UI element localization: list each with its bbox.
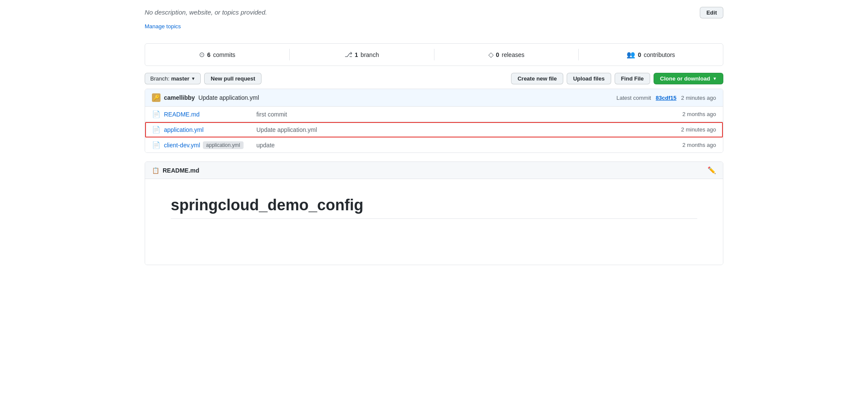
toolbar: Branch: master ▼ New pull request Create… xyxy=(145,73,723,84)
create-new-file-button[interactable]: Create new file xyxy=(511,73,563,84)
branch-name-label: master xyxy=(171,75,190,82)
file-commit-message: first commit xyxy=(250,111,669,118)
toolbar-left: Branch: master ▼ New pull request xyxy=(145,73,262,84)
table-row: 📄 README.md first commit 2 months ago xyxy=(145,107,723,122)
stat-commits[interactable]: ⊙ 6 commits xyxy=(145,49,290,60)
readme-title: README.md xyxy=(163,167,199,174)
clone-or-download-button[interactable]: Clone or download ▼ xyxy=(654,73,723,84)
chevron-down-icon: ▼ xyxy=(191,76,195,81)
file-time: 2 minutes ago xyxy=(669,126,716,133)
file-table: 🔑 camellibby Update application.yml Late… xyxy=(145,89,723,153)
readme-content: springcloud_demo_config xyxy=(145,179,723,265)
upload-files-button[interactable]: Upload files xyxy=(567,73,611,84)
releases-icon: ◇ xyxy=(488,51,493,59)
file-time: 2 months ago xyxy=(669,142,716,148)
file-name-link[interactable]: client-dev.yml application.yml xyxy=(164,141,250,149)
branch-selector[interactable]: Branch: master ▼ xyxy=(145,73,201,84)
file-icon: 📄 xyxy=(152,141,161,149)
commits-icon: ⊙ xyxy=(199,51,205,59)
toolbar-right: Create new file Upload files Find File C… xyxy=(511,73,723,84)
releases-label: releases xyxy=(502,51,524,58)
latest-commit-prefix: Latest commit xyxy=(616,95,651,101)
branches-icon: ⎇ xyxy=(345,51,352,59)
commit-meta: Latest commit 83cdf15 2 minutes ago xyxy=(616,95,716,101)
file-commit-message: Update application.yml xyxy=(250,126,669,133)
branches-label: branch xyxy=(361,51,379,58)
commit-header-message: Update application.yml xyxy=(198,94,259,101)
contributors-label: contributors xyxy=(644,51,675,58)
file-commit-message: update xyxy=(250,142,669,149)
stat-contributors[interactable]: 👥 0 contributors xyxy=(579,49,723,60)
commit-author-name[interactable]: camellibby xyxy=(164,94,195,101)
manage-topics-link[interactable]: Manage topics xyxy=(145,23,181,30)
stats-bar: ⊙ 6 commits ⎇ 1 branch ◇ 0 releases 👥 0 … xyxy=(145,43,723,66)
clone-dropdown-icon: ▼ xyxy=(713,76,717,81)
author-avatar: 🔑 xyxy=(152,93,161,102)
readme-book-icon: 📋 xyxy=(152,167,159,174)
repo-description: No description, website, or topics provi… xyxy=(145,9,267,16)
commit-header: 🔑 camellibby Update application.yml Late… xyxy=(145,89,723,107)
readme-edit-icon[interactable]: ✏️ xyxy=(707,166,716,174)
releases-count: 0 xyxy=(496,51,499,58)
edit-button[interactable]: Edit xyxy=(700,7,723,18)
commit-hash-link[interactable]: 83cdf15 xyxy=(656,95,676,101)
file-icon: 📄 xyxy=(152,125,161,134)
readme-title-area: 📋 README.md xyxy=(152,167,199,174)
contributors-icon: 👥 xyxy=(627,51,635,59)
commit-author-area: 🔑 camellibby Update application.yml xyxy=(152,93,259,102)
branch-prefix-label: Branch: xyxy=(150,75,169,82)
branches-count: 1 xyxy=(355,51,358,58)
readme-header: 📋 README.md ✏️ xyxy=(145,162,723,179)
file-tooltip-tag: application.yml xyxy=(203,141,244,149)
commits-label: commits xyxy=(213,51,235,58)
file-icon: 📄 xyxy=(152,110,161,118)
table-row: 📄 client-dev.yml application.yml update … xyxy=(145,137,723,152)
readme-section: 📋 README.md ✏️ springcloud_demo_config xyxy=(145,161,723,265)
file-name-link[interactable]: application.yml xyxy=(164,126,250,133)
table-row: 📄 application.yml Update application.yml… xyxy=(145,122,723,137)
clone-or-download-label: Clone or download xyxy=(660,75,710,82)
file-time: 2 months ago xyxy=(669,111,716,117)
find-file-button[interactable]: Find File xyxy=(615,73,650,84)
commits-count: 6 xyxy=(207,51,211,58)
new-pull-request-button[interactable]: New pull request xyxy=(204,73,262,84)
readme-heading: springcloud_demo_config xyxy=(171,196,697,219)
stat-releases[interactable]: ◇ 0 releases xyxy=(434,49,579,60)
file-name-link[interactable]: README.md xyxy=(164,111,250,118)
contributors-count: 0 xyxy=(638,51,641,58)
stat-branches[interactable]: ⎇ 1 branch xyxy=(290,49,434,60)
commit-time: 2 minutes ago xyxy=(681,95,716,101)
